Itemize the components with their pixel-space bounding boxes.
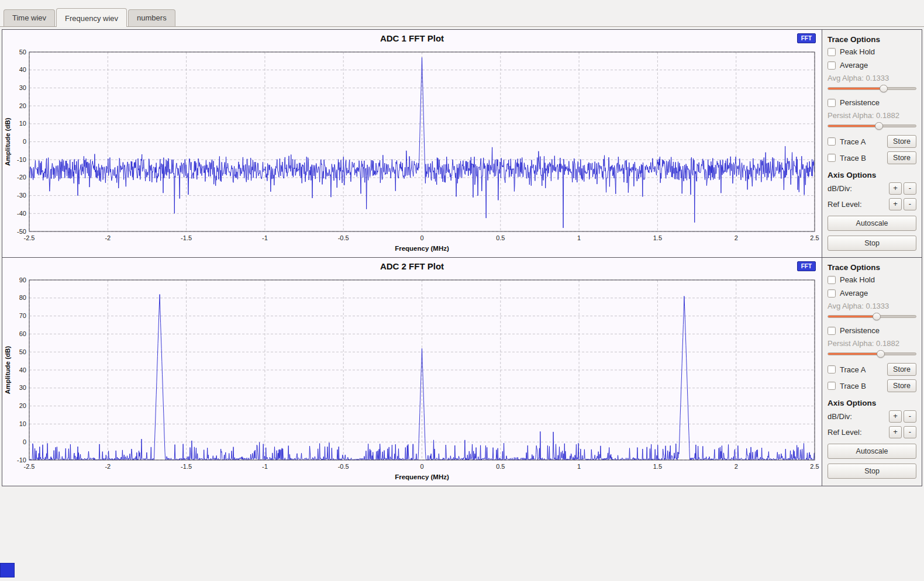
x-tick-label: -2 — [105, 463, 111, 470]
ref-level-plus-button[interactable]: + — [889, 198, 902, 210]
peak-hold-row[interactable]: Peak Hold — [828, 45, 916, 58]
ref-level-row: Ref Level: + - — [828, 424, 916, 440]
db-div-plus-button[interactable]: + — [889, 182, 902, 195]
y-tick-label: -30 — [17, 192, 26, 199]
average-row[interactable]: Average — [828, 286, 916, 300]
x-tick-label: -1.5 — [181, 234, 192, 241]
axis-options-header: Axis Options — [828, 397, 916, 409]
autoscale-button[interactable]: Autoscale — [828, 216, 916, 231]
slider-track[interactable] — [828, 87, 916, 90]
persistence-row[interactable]: Persistence — [828, 324, 916, 337]
slider-track[interactable] — [828, 124, 916, 127]
slider-fill — [828, 316, 877, 317]
persistence-label: Persistence — [840, 326, 880, 335]
trace-b-label: Trace B — [840, 382, 866, 390]
y-tick-label: 70 — [19, 312, 26, 319]
autoscale-button[interactable]: Autoscale — [828, 444, 916, 459]
x-tick-label: 1.5 — [653, 463, 662, 470]
fft-size-button[interactable]: FFT — [797, 33, 816, 43]
chart-bg — [2, 274, 822, 486]
slider-handle[interactable] — [873, 313, 881, 320]
plot-title-adc2: ADC 2 FFT Plot — [380, 261, 444, 271]
x-tick-label: 0.5 — [496, 234, 505, 241]
avg-alpha-slider[interactable] — [828, 84, 916, 93]
chart-bg — [2, 46, 822, 257]
tab-numbers[interactable]: numbers — [128, 9, 175, 26]
trace-a-row: Trace A Store — [828, 133, 916, 150]
plot-header: ADC 1 FFT Plot FFT — [2, 30, 822, 46]
average-checkbox[interactable] — [828, 61, 836, 70]
y-tick-label: 10 — [19, 420, 26, 427]
frequency-view-page: ADC 1 FFT Plot FFT -50-40-30-20-10010203… — [0, 26, 924, 581]
peak-hold-checkbox[interactable] — [828, 48, 836, 56]
trace-b-row: Trace B Store — [828, 378, 916, 394]
peak-hold-checkbox[interactable] — [828, 276, 836, 284]
ref-level-plus-button[interactable]: + — [889, 426, 902, 438]
trace-a-checkbox[interactable] — [828, 365, 836, 374]
fft-panel-adc2: ADC 2 FFT Plot FFT -10010203040506070809… — [2, 258, 922, 486]
trace-b-store-button[interactable]: Store — [887, 151, 916, 164]
ref-level-buttons: + - — [889, 198, 916, 210]
ref-level-label: Ref Level: — [828, 428, 889, 437]
x-tick-label: -1 — [262, 463, 268, 470]
trace-a-label: Trace A — [840, 137, 866, 146]
ref-level-minus-button[interactable]: - — [904, 198, 916, 210]
db-div-row: dB/Div: + - — [828, 409, 916, 424]
db-div-buttons: + - — [889, 182, 916, 195]
tab-frequency-view[interactable]: Frequency wiev — [56, 8, 127, 27]
x-tick-label: 2 — [735, 234, 738, 241]
slider-fill — [828, 353, 881, 355]
tab-time-view[interactable]: Time wiev — [4, 9, 55, 26]
trace-a-store-button[interactable]: Store — [887, 135, 916, 148]
slider-handle[interactable] — [875, 122, 883, 130]
average-row[interactable]: Average — [828, 58, 916, 72]
peak-hold-label: Peak Hold — [840, 47, 875, 56]
stop-button[interactable]: Stop — [828, 236, 916, 251]
x-tick-label: -2 — [105, 234, 111, 241]
x-tick-label: -0.5 — [338, 463, 349, 470]
persistence-row[interactable]: Persistence — [828, 96, 916, 109]
slider-fill — [828, 125, 879, 127]
db-div-minus-button[interactable]: - — [904, 410, 916, 423]
persist-alpha-label: Persist Alpha: 0.1882 — [828, 109, 916, 121]
db-div-plus-button[interactable]: + — [889, 410, 902, 423]
y-axis-label: Amplitude (dB) — [4, 117, 11, 166]
trace-b-checkbox[interactable] — [828, 154, 836, 162]
y-tick-label: 50 — [19, 49, 26, 56]
average-checkbox[interactable] — [828, 289, 836, 298]
y-tick-label: 20 — [19, 102, 26, 109]
fft-chart-adc2[interactable]: -100102030405060708090-2.5-2-1.5-1-0.500… — [2, 274, 822, 486]
ref-level-minus-button[interactable]: - — [904, 426, 916, 438]
stop-button[interactable]: Stop — [828, 464, 916, 479]
persist-alpha-slider[interactable] — [828, 350, 916, 358]
db-div-buttons: + - — [889, 410, 916, 423]
persistence-checkbox[interactable] — [828, 99, 836, 107]
fft-panel-adc1: ADC 1 FFT Plot FFT -50-40-30-20-10010203… — [2, 30, 922, 258]
peak-hold-label: Peak Hold — [840, 275, 875, 284]
trace-a-store-button[interactable]: Store — [887, 363, 916, 376]
slider-handle[interactable] — [880, 85, 888, 92]
y-tick-label: 10 — [19, 120, 26, 127]
x-tick-label: 1 — [577, 234, 581, 241]
db-div-row: dB/Div: + - — [828, 181, 916, 196]
persist-alpha-slider[interactable] — [828, 122, 916, 130]
avg-alpha-slider[interactable] — [828, 312, 916, 321]
slider-track[interactable] — [828, 352, 916, 355]
trace-a-checkbox[interactable] — [828, 137, 836, 146]
y-tick-label: 0 — [23, 438, 26, 445]
slider-handle[interactable] — [877, 350, 885, 358]
fft-chart-adc1[interactable]: -50-40-30-20-1001020304050-2.5-2-1.5-1-0… — [2, 46, 822, 257]
x-tick-label: 2.5 — [810, 234, 819, 241]
y-tick-label: 30 — [19, 84, 26, 91]
persistence-checkbox[interactable] — [828, 327, 836, 335]
peak-hold-row[interactable]: Peak Hold — [828, 273, 916, 286]
y-tick-label: -10 — [17, 156, 26, 163]
x-tick-label: -0.5 — [338, 234, 349, 241]
trace-b-checkbox[interactable] — [828, 382, 836, 390]
trace-a-row: Trace A Store — [828, 361, 916, 378]
db-div-minus-button[interactable]: - — [904, 182, 916, 195]
trace-b-store-button[interactable]: Store — [887, 379, 916, 392]
db-div-label: dB/Div: — [828, 412, 889, 421]
fft-size-button[interactable]: FFT — [797, 261, 816, 271]
corner-blue-square — [0, 563, 15, 577]
